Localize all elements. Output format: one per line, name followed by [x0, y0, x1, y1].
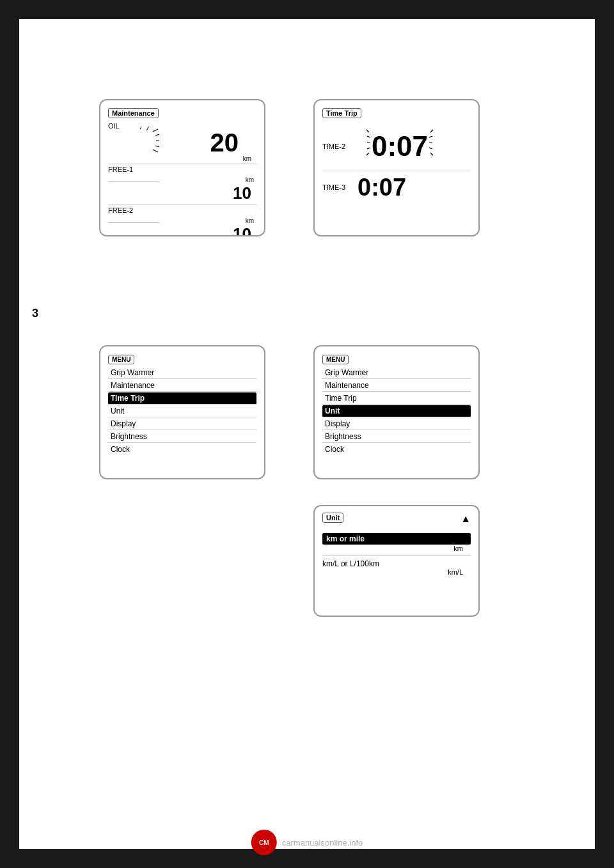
time-trip-display-panel: Time Trip TIME-2 0:07: [313, 99, 480, 236]
time-trip-label: Time Trip: [322, 108, 361, 118]
time2-label: TIME-2: [322, 143, 358, 150]
menu1-label: MENU: [108, 355, 134, 364]
time2-burst-left: [358, 127, 370, 166]
menu1-item-clock: Clock: [108, 444, 256, 455]
svg-line-6: [140, 127, 141, 129]
unit-panel-label: Unit: [322, 513, 343, 523]
unit-option2-value: km/L: [322, 568, 471, 576]
svg-line-12: [430, 130, 433, 132]
maintenance-label: Maintenance: [108, 108, 159, 118]
menu1-item-display: Display: [108, 418, 256, 430]
free1-unit: km: [246, 176, 254, 183]
menu2-item-maintenance: Maintenance: [322, 380, 471, 392]
menu2-item-brightness: Brightness: [322, 431, 471, 443]
svg-line-16: [430, 153, 433, 155]
maintenance-panel: Maintenance OIL 20 km FREE-1 km 10 FREE-…: [99, 99, 265, 236]
free1-label: FREE-1: [108, 166, 256, 173]
unit-panel: Unit ▲ km or mile km km/L or L/100km km/…: [313, 505, 480, 617]
watermark-logo: CM: [251, 830, 277, 855]
time3-label: TIME-3: [322, 183, 358, 191]
menu1-item-grip-warmer: Grip Warmer: [108, 367, 256, 379]
menu2-item-unit: Unit: [322, 405, 471, 417]
unit-option1-label: km or mile: [322, 533, 471, 545]
page-number: 3: [32, 307, 38, 320]
menu1-item-unit: Unit: [108, 405, 256, 417]
menu1-panel: MENU Grip Warmer Maintenance Time Trip U…: [99, 345, 265, 479]
menu2-item-time-trip: Time Trip: [322, 392, 471, 405]
time3-value: 0:07: [358, 175, 406, 199]
time2-burst-right: [429, 127, 442, 166]
svg-line-3: [155, 146, 159, 147]
free1-value: 10: [233, 183, 251, 203]
menu2-panel: MENU Grip Warmer Maintenance Time Trip U…: [313, 345, 480, 479]
svg-line-1: [155, 134, 159, 136]
svg-line-7: [366, 130, 369, 132]
free2-unit: km: [246, 217, 254, 224]
oil-value: 20: [210, 130, 239, 155]
svg-line-13: [429, 136, 432, 137]
oil-burst-svg: [108, 127, 159, 162]
svg-line-15: [429, 148, 432, 149]
svg-line-11: [366, 153, 369, 155]
time2-value: 0:07: [372, 132, 428, 160]
watermark-text: carmanualsonline.info: [282, 838, 363, 848]
free2-value: 10: [233, 224, 251, 236]
svg-line-5: [146, 127, 149, 130]
svg-line-8: [367, 136, 370, 137]
menu2-item-clock: Clock: [322, 444, 471, 455]
menu1-item-time-trip: Time Trip: [108, 392, 256, 405]
svg-line-10: [367, 148, 370, 149]
watermark: CM carmanualsonline.info: [251, 830, 363, 855]
unit-option2-label: km/L or L/100km: [322, 559, 471, 568]
menu1-item-maintenance: Maintenance: [108, 380, 256, 392]
free2-label: FREE-2: [108, 206, 256, 214]
svg-line-4: [153, 150, 158, 152]
menu1-item-brightness: Brightness: [108, 431, 256, 443]
menu2-item-grip-warmer: Grip Warmer: [322, 367, 471, 379]
menu2-label: MENU: [322, 355, 349, 364]
up-arrow-icon: ▲: [460, 513, 471, 525]
svg-line-0: [153, 129, 158, 132]
unit-option1-value: km: [322, 545, 471, 552]
menu2-item-display: Display: [322, 418, 471, 430]
